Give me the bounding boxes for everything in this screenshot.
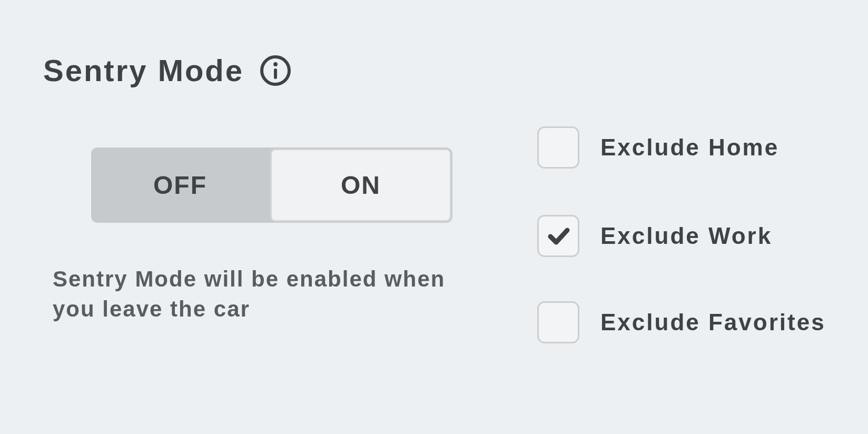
sentry-mode-toggle[interactable]: OFF ON bbox=[91, 147, 452, 223]
svg-point-1 bbox=[273, 62, 278, 66]
exclude-work-row: Exclude Work bbox=[537, 215, 772, 257]
toggle-off-label: OFF bbox=[153, 171, 207, 200]
exclude-work-checkbox[interactable] bbox=[537, 215, 579, 257]
toggle-on-label: ON bbox=[341, 171, 381, 200]
toggle-off-button[interactable]: OFF bbox=[91, 147, 269, 223]
exclude-favorites-row: Exclude Favorites bbox=[537, 301, 826, 343]
exclude-favorites-label: Exclude Favorites bbox=[600, 309, 826, 336]
exclude-home-row: Exclude Home bbox=[537, 126, 779, 169]
svg-rect-2 bbox=[274, 68, 277, 79]
exclude-home-checkbox[interactable] bbox=[537, 126, 579, 169]
toggle-on-button[interactable]: ON bbox=[270, 149, 451, 222]
check-icon bbox=[545, 223, 571, 249]
info-icon[interactable] bbox=[260, 55, 291, 86]
exclude-favorites-checkbox[interactable] bbox=[537, 301, 579, 343]
exclude-home-label: Exclude Home bbox=[600, 134, 779, 161]
title-row: Sentry Mode bbox=[43, 53, 291, 88]
sentry-mode-description: Sentry Mode will be enabled when you lea… bbox=[53, 264, 474, 324]
exclude-work-label: Exclude Work bbox=[600, 223, 772, 249]
page-title: Sentry Mode bbox=[43, 53, 244, 88]
